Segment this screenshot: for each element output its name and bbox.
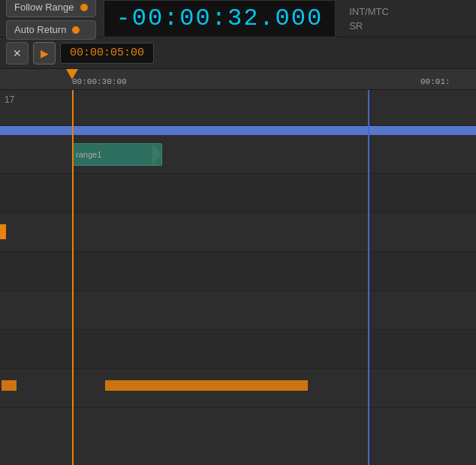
blue-line xyxy=(368,90,369,465)
track-number: 17 xyxy=(5,94,14,105)
ruler-label-1: 00:00:30:00 xyxy=(72,77,127,86)
main-timecode: -00:00:32.000 xyxy=(104,0,336,38)
forward-button[interactable]: ▶ xyxy=(33,42,56,64)
small-timecode-value: 00:00:05:00 xyxy=(70,46,144,59)
sr-label: SR xyxy=(349,20,389,32)
range-clip-label: range1 xyxy=(76,150,101,159)
timecode-value: -00:00:32.000 xyxy=(116,4,324,32)
toolbar-row1: Follow Range Auto Return -00:00:32.000 I… xyxy=(0,0,476,38)
follow-range-label: Follow Range xyxy=(14,2,74,13)
rewind-button[interactable]: ✕ xyxy=(6,42,29,64)
small-timecode[interactable]: 00:00:05:00 xyxy=(60,43,154,64)
sync-mode-label: INT/MTC xyxy=(349,6,389,17)
follow-range-indicator xyxy=(80,4,88,11)
forward-icon: ▶ xyxy=(41,47,49,59)
bottom-left-orange xyxy=(2,380,17,391)
range-clip-arrow-icon xyxy=(152,144,161,165)
playhead-triangle xyxy=(66,69,78,80)
auto-return-label: Auto Return xyxy=(14,24,66,35)
follow-range-button[interactable]: Follow Range xyxy=(6,0,96,17)
rewind-icon: ✕ xyxy=(13,47,22,59)
timeline-container[interactable]: 00:00:30:00 00:01: 17 range1 xyxy=(0,69,476,465)
left-orange-block xyxy=(0,224,6,239)
range-clip[interactable]: range1 xyxy=(72,143,162,166)
playhead-line xyxy=(72,90,74,465)
transport-buttons: Follow Range Auto Return xyxy=(6,0,96,40)
toolbar-row2: ✕ ▶ 00:00:05:00 xyxy=(0,38,476,69)
bottom-orange-bar xyxy=(105,380,308,391)
ruler: 00:00:30:00 00:01: xyxy=(0,69,476,90)
ruler-label-2: 00:01: xyxy=(420,77,450,86)
auto-return-indicator xyxy=(72,26,80,34)
auto-return-button[interactable]: Auto Return xyxy=(6,20,96,40)
